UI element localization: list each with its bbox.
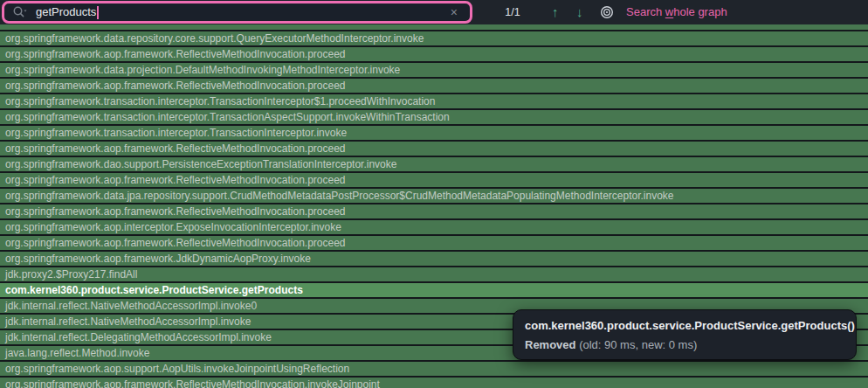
frame-label: org.springframework.aop.interceptor.Expo…	[5, 221, 341, 233]
frame-label: org.springframework.data.jpa.repository.…	[5, 190, 674, 202]
stack-frame-row[interactable]: org.springframework.data.projection.Defa…	[0, 63, 868, 77]
stack-frame-row[interactable]: org.springframework.transaction.intercep…	[0, 94, 868, 108]
stack-frame-row[interactable]: org.springframework.aop.framework.Reflec…	[0, 142, 868, 156]
stack-frame-row[interactable]: org.springframework.data.jpa.repository.…	[0, 189, 868, 203]
stack-frame-row[interactable]: org.springframework.data.repository.core…	[0, 31, 868, 45]
stack-frame-row[interactable]: org.springframework.aop.framework.Reflec…	[0, 79, 868, 93]
stack-frame-row[interactable]: org.springframework.aop.support.AopUtils…	[0, 362, 868, 376]
link-text: Search	[626, 5, 665, 18]
frame-label: org.springframework.aop.framework.Reflec…	[5, 174, 346, 186]
tooltip-timing-detail: Removed (old: 90 ms, new: 0 ms)	[525, 338, 845, 351]
search-icon	[11, 5, 29, 19]
link-mnemonic: w	[665, 5, 673, 18]
stack-frame-row[interactable]: org.springframework.dao.support.Persiste…	[0, 157, 868, 171]
search-input[interactable]: getProducts ×	[2, 1, 472, 24]
frame-label: jdk.internal.reflect.DelegatingMethodAcc…	[5, 331, 272, 343]
frame-label: org.springframework.dao.support.Persiste…	[5, 158, 396, 170]
frame-label: org.springframework.aop.support.AopUtils…	[5, 363, 349, 375]
match-counter: 1/1	[498, 6, 527, 18]
frame-label: org.springframework.transaction.intercep…	[5, 95, 435, 107]
search-whole-graph-link[interactable]: Search whole graph	[626, 5, 727, 18]
search-toolbar: getProducts × 1/1 ↑ ↓ Search whole graph	[0, 0, 868, 24]
next-match-icon[interactable]: ↓	[576, 4, 583, 20]
frame-label: org.springframework.data.repository.core…	[5, 32, 424, 45]
frame-label: org.springframework.aop.framework.Reflec…	[5, 237, 346, 249]
frame-diff-tooltip: com.kernel360.product.service.ProductSer…	[513, 309, 857, 360]
frame-label: org.springframework.aop.framework.Reflec…	[5, 142, 346, 155]
stack-frame-row[interactable]: org.springframework.aop.framework.Reflec…	[0, 378, 868, 388]
search-query-text: getProducts	[36, 3, 96, 21]
stack-frame-row[interactable]	[0, 24, 868, 30]
frame-label: org.springframework.aop.framework.Reflec…	[5, 80, 346, 92]
tooltip-status: Removed	[525, 338, 576, 351]
frame-label: org.springframework.aop.framework.JdkDyn…	[5, 253, 311, 265]
stack-frame-row-matched[interactable]: com.kernel360.product.service.ProductSer…	[0, 283, 868, 297]
frame-label: jdk.internal.reflect.NativeMethodAccesso…	[5, 300, 257, 312]
stack-frame-row[interactable]: org.springframework.transaction.intercep…	[0, 126, 868, 140]
frame-label: org.springframework.aop.framework.Reflec…	[5, 205, 346, 218]
tooltip-timing-values: (old: 90 ms, new: 0 ms)	[576, 338, 698, 351]
profiler-flamegraph-view: getProducts × 1/1 ↑ ↓ Search whole graph…	[0, 0, 868, 388]
frame-label: jdk.proxy2.$Proxy217.findAll	[5, 268, 137, 281]
frame-label: java.lang.reflect.Method.invoke	[5, 347, 149, 359]
scroll-to-match-icon[interactable]	[600, 5, 614, 23]
frame-label: org.springframework.transaction.intercep…	[5, 127, 347, 139]
frame-label: com.kernel360.product.service.ProductSer…	[5, 284, 303, 296]
frame-label: org.springframework.data.projection.Defa…	[5, 64, 400, 76]
frame-label: jdk.internal.reflect.NativeMethodAccesso…	[5, 315, 251, 328]
stack-frame-row[interactable]: org.springframework.aop.framework.Reflec…	[0, 236, 868, 250]
stack-frame-row[interactable]: org.springframework.transaction.intercep…	[0, 110, 868, 124]
previous-match-icon[interactable]: ↑	[552, 4, 559, 20]
link-text: hole graph	[673, 5, 727, 18]
tooltip-method-name: com.kernel360.product.service.ProductSer…	[525, 319, 845, 332]
stack-frame-row[interactable]: jdk.proxy2.$Proxy217.findAll	[0, 267, 868, 281]
stack-frame-row[interactable]: org.springframework.aop.framework.Reflec…	[0, 47, 868, 61]
stack-frame-row[interactable]: org.springframework.aop.interceptor.Expo…	[0, 220, 868, 234]
text-caret	[97, 6, 99, 19]
stack-frame-row[interactable]: org.springframework.aop.framework.Reflec…	[0, 173, 868, 187]
frame-label: org.springframework.aop.framework.Reflec…	[5, 48, 346, 60]
clear-search-icon[interactable]: ×	[451, 5, 458, 19]
stack-frame-row[interactable]: org.springframework.aop.framework.Reflec…	[0, 204, 868, 218]
frame-label: org.springframework.aop.framework.Reflec…	[5, 378, 380, 388]
stack-frame-row[interactable]: org.springframework.aop.framework.JdkDyn…	[0, 252, 868, 266]
frame-label: org.springframework.transaction.intercep…	[5, 111, 450, 123]
